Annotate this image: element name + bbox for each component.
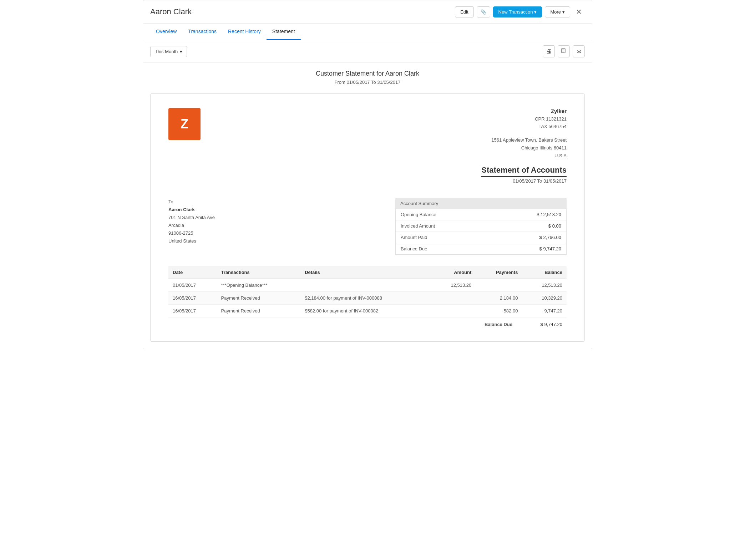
row-date: 16/05/2017 bbox=[168, 304, 217, 317]
doc-middle: To Aaron Clark 701 N Santa Anita Ave Arc… bbox=[168, 198, 567, 255]
row-balance: 9,747.20 bbox=[522, 304, 567, 317]
chevron-down-icon: ▾ bbox=[534, 9, 537, 15]
new-transaction-label: New Transaction bbox=[498, 9, 533, 15]
email-button[interactable]: ✉ bbox=[573, 45, 585, 57]
statement-header: Customer Statement for Aaron Clark From … bbox=[150, 70, 585, 85]
row-details: $2,184.00 for payment of INV-000088 bbox=[300, 291, 431, 304]
row-payments: 582.00 bbox=[476, 304, 522, 317]
row-date: 01/05/2017 bbox=[168, 279, 217, 291]
print-icon: 🖨 bbox=[546, 48, 552, 55]
statement-date-range: From 01/05/2017 To 31/05/2017 bbox=[150, 80, 585, 85]
tab-bar: Overview Transactions Recent History Sta… bbox=[143, 24, 592, 40]
close-button[interactable]: ✕ bbox=[573, 6, 585, 17]
customer-name: Aaron Clark bbox=[168, 206, 215, 214]
statement-divider bbox=[481, 176, 567, 177]
balance-due-value: $ 9,747.20 bbox=[534, 322, 562, 327]
summary-row-paid: Amount Paid $ 2,766.00 bbox=[396, 232, 566, 243]
row-payments bbox=[476, 279, 522, 291]
row-details: $582.00 for payment of INV-000082 bbox=[300, 304, 431, 317]
header: Aaron Clark Edit 📎 New Transaction ▾ Mor… bbox=[143, 0, 592, 24]
row-amount bbox=[431, 304, 476, 317]
summary-row-balance-due: Balance Due $ 9,747.20 bbox=[396, 243, 566, 254]
toolbar-left: This Month ▾ bbox=[150, 46, 187, 57]
col-payments: Payments bbox=[476, 266, 522, 279]
company-logo: Z bbox=[168, 108, 201, 140]
toolbar-right: 🖨 ✉ bbox=[543, 45, 585, 57]
statement-wrapper: Customer Statement for Aaron Clark From … bbox=[143, 63, 592, 349]
summary-row-invoiced: Invoiced Amount $ 0.00 bbox=[396, 220, 566, 232]
row-date: 16/05/2017 bbox=[168, 291, 217, 304]
row-transaction: ***Opening Balance*** bbox=[217, 279, 301, 291]
row-amount: 12,513.20 bbox=[431, 279, 476, 291]
doc-to: To Aaron Clark 701 N Santa Anita Ave Arc… bbox=[168, 198, 215, 245]
attach-icon: 📎 bbox=[481, 9, 486, 15]
table-row: 16/05/2017 Payment Received $582.00 for … bbox=[168, 304, 567, 317]
account-summary-header: Account Summary bbox=[395, 198, 567, 209]
email-icon: ✉ bbox=[577, 48, 581, 55]
more-button[interactable]: More ▾ bbox=[545, 6, 570, 17]
company-name: Zylker bbox=[481, 108, 567, 114]
doc-top: Z Zylker CPR 11321321 TAX 5646754 1561 A… bbox=[168, 108, 567, 184]
chevron-down-icon: ▾ bbox=[562, 9, 565, 15]
col-details: Details bbox=[300, 266, 431, 279]
row-payments: 2,184.00 bbox=[476, 291, 522, 304]
statement-heading: Customer Statement for Aaron Clark bbox=[150, 70, 585, 77]
account-summary-rows: Opening Balance $ 12,513.20 Invoiced Amo… bbox=[395, 209, 567, 255]
download-button[interactable] bbox=[558, 45, 570, 57]
row-details bbox=[300, 279, 431, 291]
tab-overview[interactable]: Overview bbox=[150, 24, 182, 40]
statement-of-accounts-title: Statement of Accounts bbox=[481, 166, 567, 175]
table-header-row: Date Transactions Details Amount Payment… bbox=[168, 266, 567, 279]
company-cpr: CPR 11321321 bbox=[481, 116, 567, 123]
attach-button[interactable]: 📎 bbox=[477, 6, 490, 17]
transaction-table: Date Transactions Details Amount Payment… bbox=[168, 266, 567, 317]
download-icon bbox=[561, 48, 567, 55]
print-button[interactable]: 🖨 bbox=[543, 45, 555, 57]
chevron-down-icon: ▾ bbox=[180, 49, 182, 54]
table-row: 16/05/2017 Payment Received $2,184.00 fo… bbox=[168, 291, 567, 304]
tab-statement[interactable]: Statement bbox=[267, 24, 301, 40]
row-balance: 10,329.20 bbox=[522, 291, 567, 304]
edit-button[interactable]: Edit bbox=[455, 6, 473, 17]
col-date: Date bbox=[168, 266, 217, 279]
period-label: This Month bbox=[155, 49, 178, 54]
balance-due-footer: Balance Due $ 9,747.20 bbox=[168, 317, 567, 327]
col-balance: Balance bbox=[522, 266, 567, 279]
statement-document: Z Zylker CPR 11321321 TAX 5646754 1561 A… bbox=[150, 93, 585, 342]
page-title: Aaron Clark bbox=[150, 7, 192, 16]
row-balance: 12,513.20 bbox=[522, 279, 567, 291]
company-tax: TAX 5646754 bbox=[481, 123, 567, 131]
company-info: Zylker CPR 11321321 TAX 5646754 1561 App… bbox=[481, 108, 567, 184]
row-amount bbox=[431, 291, 476, 304]
row-transaction: Payment Received bbox=[217, 304, 301, 317]
toolbar: This Month ▾ 🖨 ✉ bbox=[143, 40, 592, 63]
statement-dates: 01/05/2017 To 31/05/2017 bbox=[481, 178, 567, 184]
tab-recent-history[interactable]: Recent History bbox=[222, 24, 267, 40]
new-transaction-button[interactable]: New Transaction ▾ bbox=[493, 6, 542, 17]
table-row: 01/05/2017 ***Opening Balance*** 12,513.… bbox=[168, 279, 567, 291]
row-transaction: Payment Received bbox=[217, 291, 301, 304]
col-amount: Amount bbox=[431, 266, 476, 279]
balance-due-label: Balance Due bbox=[485, 322, 512, 327]
tab-transactions[interactable]: Transactions bbox=[182, 24, 222, 40]
company-address: 1561 Appleview Town, Bakers Street Chica… bbox=[481, 136, 567, 160]
col-transactions: Transactions bbox=[217, 266, 301, 279]
account-summary: Account Summary Opening Balance $ 12,513… bbox=[395, 198, 567, 255]
period-dropdown[interactable]: This Month ▾ bbox=[150, 46, 187, 57]
header-actions: Edit 📎 New Transaction ▾ More ▾ ✕ bbox=[455, 6, 585, 17]
summary-row-opening: Opening Balance $ 12,513.20 bbox=[396, 209, 566, 220]
